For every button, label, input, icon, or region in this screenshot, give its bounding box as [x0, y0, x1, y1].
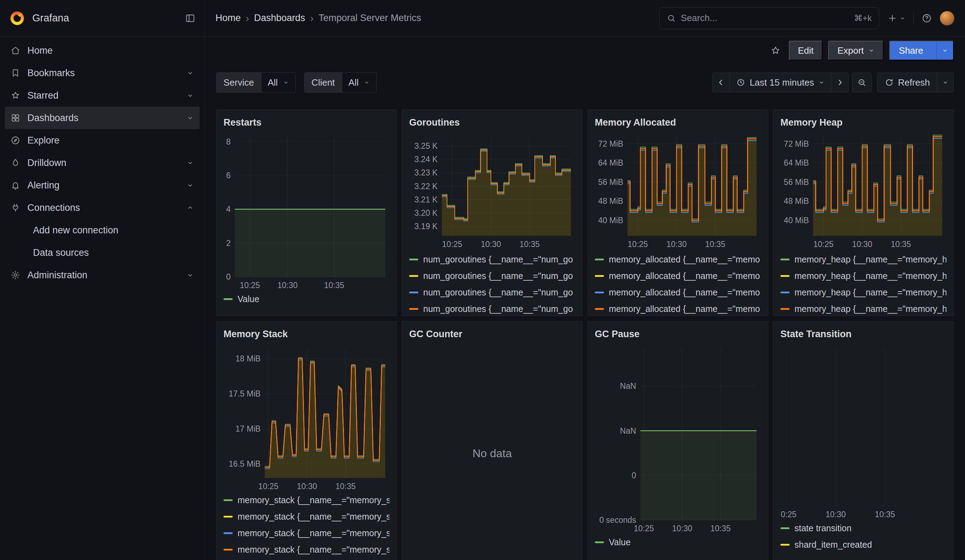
sidebar-item-alerting[interactable]: Alerting: [5, 174, 200, 196]
divider: [913, 12, 914, 24]
legend-item[interactable]: memory_stack {__name__="memory_s: [224, 541, 389, 558]
sidebar-item-dashboards[interactable]: Dashboards: [5, 107, 200, 129]
svg-text:10:30: 10:30: [826, 510, 846, 519]
share-menu-caret[interactable]: [937, 41, 953, 60]
svg-text:10:35: 10:35: [891, 240, 911, 249]
brand[interactable]: Grafana: [9, 10, 69, 26]
legend-label: memory_allocated {__name__="memo: [609, 271, 760, 281]
edit-button[interactable]: Edit: [789, 41, 823, 60]
svg-text:10:35: 10:35: [711, 524, 731, 533]
legend-item[interactable]: state transition: [780, 520, 946, 537]
client-variable-value[interactable]: All: [342, 73, 376, 92]
sidebar-item-label: Alerting: [27, 180, 60, 191]
svg-text:0: 0: [226, 272, 231, 281]
legend-item[interactable]: memory_stack {__name__="memory_s: [224, 492, 389, 508]
refresh-interval-caret[interactable]: [937, 73, 954, 92]
sidebar-item-bookmarks[interactable]: Bookmarks: [5, 62, 200, 84]
service-value-text: All: [268, 77, 278, 88]
sidebar-item-administration[interactable]: Administration: [5, 264, 200, 286]
svg-text:6: 6: [226, 171, 231, 180]
panel-title[interactable]: Restarts: [224, 116, 389, 129]
export-button[interactable]: Export: [828, 41, 883, 60]
sidebar-item-data-sources[interactable]: Data sources: [5, 242, 200, 264]
legend-swatch: [780, 308, 790, 310]
legend-item[interactable]: num_goroutines {__name__="num_go: [409, 284, 575, 301]
sidebar-item-explore[interactable]: Explore: [5, 129, 200, 152]
refresh-button[interactable]: Refresh: [877, 73, 937, 92]
sidebar-item-label: Connections: [27, 202, 80, 213]
legend-item[interactable]: num_goroutines {__name__="num_go: [409, 301, 575, 316]
legend-label: memory_allocated {__name__="memo: [609, 304, 760, 314]
sidebar-item-label: Dashboards: [27, 113, 79, 124]
panel-title[interactable]: Memory Heap: [780, 116, 946, 129]
legend-item[interactable]: memory_stack {__name__="memory_s: [224, 508, 389, 525]
memory-heap-chart[interactable]: 40 MiB48 MiB56 MiB64 MiB72 MiB10:2510:30…: [780, 132, 946, 250]
svg-text:10:25: 10:25: [634, 524, 654, 533]
share-button[interactable]: Share: [889, 41, 954, 60]
legend-item[interactable]: Value: [224, 291, 389, 307]
legend: Value: [224, 291, 389, 307]
chevron-down-icon: [942, 47, 948, 54]
time-range-picker[interactable]: Last 15 minutes: [729, 73, 831, 92]
zoom-out-button[interactable]: [852, 73, 872, 92]
chevron-right-icon: [835, 78, 844, 87]
sidebar-item-connections[interactable]: Connections: [5, 196, 200, 219]
legend-item[interactable]: num_goroutines {__name__="num_go: [409, 251, 575, 268]
legend-item[interactable]: memory_allocated {__name__="memo: [595, 284, 761, 301]
memory-stack-chart[interactable]: 16.5 MiB17 MiB17.5 MiB18 MiB10:2510:3010…: [224, 344, 389, 491]
legend-item[interactable]: shard_item_created: [780, 537, 946, 553]
svg-text:NaN: NaN: [620, 381, 636, 390]
search-input[interactable]: [681, 13, 849, 23]
legend-item[interactable]: memory_allocated {__name__="memo: [595, 251, 761, 268]
legend-item[interactable]: memory_heap {__name__="memory_h: [780, 251, 946, 268]
sidebar-item-label: Data sources: [33, 247, 89, 258]
legend-item[interactable]: Value: [595, 534, 761, 550]
time-shift-back-button[interactable]: [712, 73, 730, 92]
legend: num_goroutines {__name__="num_gonum_goro…: [409, 251, 575, 316]
legend-label: shard_item_created: [795, 540, 872, 550]
svg-text:10:30: 10:30: [852, 240, 872, 249]
breadcrumb-dashboards[interactable]: Dashboards: [254, 13, 305, 23]
legend-item[interactable]: memory_allocated {__name__="memo: [595, 301, 761, 316]
legend-item[interactable]: memory_stack {__name__="memory_s: [224, 525, 389, 541]
search-box[interactable]: ⌘+k: [659, 7, 879, 29]
panel-title[interactable]: GC Pause: [595, 327, 761, 341]
panel-title[interactable]: Memory Stack: [224, 327, 389, 341]
service-variable-value[interactable]: All: [262, 73, 296, 92]
sidebar-item-home[interactable]: Home: [5, 39, 200, 62]
favorite-star-button[interactable]: [768, 43, 783, 58]
memory-allocated-chart[interactable]: 40 MiB48 MiB56 MiB64 MiB72 MiB10:2510:30…: [595, 132, 761, 250]
legend-item[interactable]: memory_heap {__name__="memory_h: [780, 301, 946, 316]
state-transition-chart[interactable]: 10:2510:3010:35: [780, 344, 946, 519]
new-menu-button[interactable]: [887, 13, 906, 23]
restarts-chart[interactable]: 0246810:2510:3010:35: [224, 132, 389, 290]
panel-title[interactable]: Goroutines: [409, 116, 575, 129]
time-range-group: Last 15 minutes: [712, 73, 849, 92]
panel-title[interactable]: GC Counter: [409, 327, 575, 341]
panel-title[interactable]: State Transition: [780, 327, 946, 341]
breadcrumb-home[interactable]: Home: [216, 13, 241, 23]
sidebar-item-starred[interactable]: Starred: [5, 84, 200, 107]
chevron-down-icon: [363, 79, 370, 86]
time-shift-forward-button[interactable]: [831, 73, 849, 92]
sidebar-item-add-new-connection[interactable]: Add new connection: [5, 219, 200, 242]
panel-title[interactable]: Memory Allocated: [595, 116, 761, 129]
user-avatar[interactable]: [940, 11, 955, 26]
svg-text:56 MiB: 56 MiB: [598, 178, 623, 187]
goroutines-chart[interactable]: 3.19 K3.20 K3.21 K3.22 K3.23 K3.24 K3.25…: [409, 132, 575, 250]
panel-goroutines: Goroutines 3.19 K3.20 K3.21 K3.22 K3.23 …: [402, 109, 582, 316]
sidebar-item-drilldown[interactable]: Drilldown: [5, 152, 200, 174]
legend-label: Value: [609, 537, 631, 547]
legend-item[interactable]: num_goroutines {__name__="num_go: [409, 268, 575, 284]
sidebar-toggle-icon[interactable]: [185, 13, 195, 23]
legend-swatch: [780, 259, 790, 260]
chevron-down-icon: [186, 181, 194, 189]
help-icon[interactable]: [921, 13, 932, 23]
legend-swatch: [595, 275, 604, 277]
legend-item[interactable]: memory_heap {__name__="memory_h: [780, 268, 946, 284]
nav-left-section: Grafana: [0, 0, 205, 36]
legend-item[interactable]: memory_allocated {__name__="memo: [595, 268, 761, 284]
sidebar-item-label: Home: [27, 45, 52, 56]
gc-pause-chart[interactable]: NaNNaN00 seconds10:2510:3010:35: [595, 344, 761, 533]
legend-item[interactable]: memory_heap {__name__="memory_h: [780, 284, 946, 301]
